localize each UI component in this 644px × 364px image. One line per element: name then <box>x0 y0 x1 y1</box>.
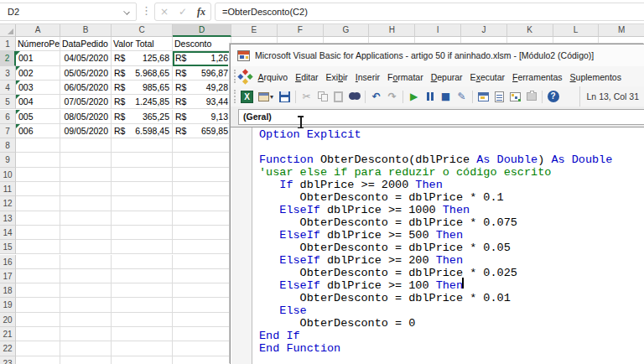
menu-editar[interactable]: Editar <box>292 70 322 85</box>
paste-button[interactable] <box>331 90 345 104</box>
cell-C4[interactable]: R$985,65 <box>112 81 173 95</box>
cell-C16[interactable] <box>112 255 173 269</box>
code-editor[interactable]: Option ExplicitFunction ObterDesconto(db… <box>252 128 644 364</box>
find-button[interactable] <box>347 90 361 104</box>
row-header-3[interactable]: 3 <box>0 66 16 81</box>
cell-B12[interactable] <box>60 196 112 211</box>
cell-C7[interactable]: R$6.598,45 <box>112 124 173 138</box>
cell-D5[interactable]: R$93,44 <box>173 95 231 109</box>
cell-C17[interactable] <box>112 269 173 283</box>
cell-D10[interactable] <box>173 168 231 182</box>
run-button[interactable]: ▶ <box>407 90 421 104</box>
cell-D12[interactable] <box>173 196 231 211</box>
col-header-G[interactable]: G <box>324 24 370 37</box>
row-header-8[interactable]: 8 <box>0 138 16 153</box>
cell-A7[interactable]: 006 <box>16 124 60 138</box>
toolbox-button[interactable] <box>524 90 538 104</box>
col-header-D[interactable]: D <box>173 24 231 37</box>
cell-B1[interactable]: DataPedido <box>60 37 112 51</box>
cell-C18[interactable] <box>112 283 173 298</box>
cell-A15[interactable] <box>16 240 60 254</box>
cell-D22[interactable] <box>173 341 231 356</box>
cell-D2[interactable]: R$1,26 <box>173 51 231 65</box>
cancel-icon[interactable]: × <box>160 6 169 18</box>
col-header-I[interactable]: I <box>415 24 461 37</box>
cell-D1[interactable]: Desconto <box>173 37 231 51</box>
reset-button[interactable]: ■ <box>439 90 453 104</box>
cell-A6[interactable]: 005 <box>16 110 60 124</box>
cell-C6[interactable]: R$365,25 <box>112 110 173 124</box>
row-header-10[interactable]: 10 <box>0 168 16 182</box>
menu-arquivo[interactable]: Arquivo <box>254 70 292 85</box>
cell-D15[interactable] <box>173 240 231 254</box>
row-header-16[interactable]: 16 <box>0 255 16 269</box>
row-header-22[interactable]: 22 <box>0 341 16 356</box>
copy-button[interactable] <box>315 90 330 104</box>
menu-ferramentas[interactable]: Ferramentas <box>509 70 567 85</box>
row-header-7[interactable]: 7 <box>0 124 16 138</box>
dropdown-arrow-icon[interactable]: ▾ <box>270 93 273 101</box>
cell-A2[interactable]: 001 <box>16 51 60 65</box>
cell-B3[interactable]: 05/05/2020 <box>60 66 112 81</box>
cell-D6[interactable]: R$9,13 <box>173 110 231 124</box>
col-header-B[interactable]: B <box>60 24 112 37</box>
cell-B22[interactable] <box>60 341 112 356</box>
cell-D19[interactable] <box>173 298 231 312</box>
row-header-23[interactable]: 23 <box>0 356 16 364</box>
menu-exibir[interactable]: Exibir <box>322 70 351 85</box>
cell-A19[interactable] <box>16 298 60 312</box>
design-mode-button[interactable]: ✎ <box>454 90 469 104</box>
cell-A3[interactable]: 002 <box>16 66 60 81</box>
cell-C11[interactable] <box>112 182 173 196</box>
cell-C20[interactable] <box>112 313 173 327</box>
cell-C2[interactable]: R$125,68 <box>112 51 173 65</box>
cell-D8[interactable] <box>173 138 231 153</box>
properties-window-button[interactable] <box>492 90 506 104</box>
cell-A16[interactable] <box>16 255 60 269</box>
cell-A18[interactable] <box>16 283 60 298</box>
cell-D18[interactable] <box>173 283 231 298</box>
save-button[interactable] <box>278 90 292 104</box>
cell-B9[interactable] <box>60 153 112 167</box>
cell-B10[interactable] <box>60 168 112 182</box>
cell-A10[interactable] <box>16 168 60 182</box>
cell-D9[interactable] <box>173 153 231 167</box>
cell-A4[interactable]: 003 <box>16 81 60 95</box>
menu-formatar[interactable]: Formatar <box>384 70 428 85</box>
cell-B13[interactable] <box>60 211 112 226</box>
cell-A1[interactable]: NúmeroPedido <box>16 37 60 51</box>
cell-A11[interactable] <box>16 182 60 196</box>
col-header-H[interactable]: H <box>369 24 415 37</box>
cell-B4[interactable]: 06/05/2020 <box>60 81 112 95</box>
cell-B15[interactable] <box>60 240 112 254</box>
cell-C21[interactable] <box>112 327 173 341</box>
undo-button[interactable]: ↶ <box>369 90 383 104</box>
cell-B14[interactable] <box>60 226 112 240</box>
row-header-21[interactable]: 21 <box>0 327 16 341</box>
cell-B5[interactable]: 07/05/2020 <box>60 95 112 109</box>
more-options-icon[interactable]: ⋮ <box>141 4 152 17</box>
col-header-A[interactable]: A <box>16 24 60 37</box>
cell-A13[interactable] <box>16 211 60 226</box>
cell-C14[interactable] <box>112 226 173 240</box>
cell-A23[interactable] <box>16 356 60 364</box>
row-header-20[interactable]: 20 <box>0 313 16 327</box>
redo-button[interactable]: ↷ <box>385 90 399 104</box>
cell-D17[interactable] <box>173 269 231 283</box>
break-button[interactable] <box>423 90 437 104</box>
row-header-19[interactable]: 19 <box>0 298 16 312</box>
insert-userform-button[interactable]: ▾ <box>256 90 276 104</box>
row-header-1[interactable]: 1 <box>0 37 16 51</box>
cell-D7[interactable]: R$659,85 <box>173 124 231 138</box>
cell-D11[interactable] <box>173 182 231 196</box>
row-header-13[interactable]: 13 <box>0 211 16 226</box>
row-header-14[interactable]: 14 <box>0 226 16 240</box>
row-header-11[interactable]: 11 <box>0 182 16 196</box>
cell-A22[interactable] <box>16 341 60 356</box>
cell-D14[interactable] <box>173 226 231 240</box>
cell-C22[interactable] <box>112 341 173 356</box>
menu-inserir[interactable]: Inserir <box>351 70 383 85</box>
cell-A20[interactable] <box>16 313 60 327</box>
cell-C5[interactable]: R$1.245,85 <box>112 95 173 109</box>
cell-C1[interactable]: Valor Total <box>112 37 173 51</box>
